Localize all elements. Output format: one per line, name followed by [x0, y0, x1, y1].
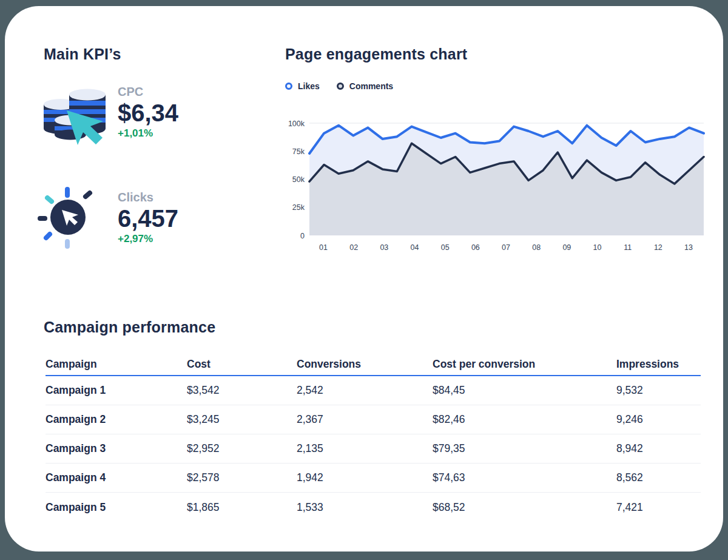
- dashboard-card: Main KPI’s: [5, 6, 723, 552]
- campaign-name-cell: Campaign 5: [46, 501, 187, 514]
- table-cell: $2,578: [187, 471, 297, 484]
- x-axis-tick-label: 09: [562, 243, 571, 252]
- x-axis-tick-label: 03: [380, 243, 388, 252]
- chart-legend: Likes Comments: [285, 81, 393, 91]
- table-cell: 8,942: [616, 442, 701, 455]
- table-cell: 1,533: [297, 501, 433, 514]
- x-axis-tick-label: 12: [654, 243, 662, 252]
- table-cell: $84,45: [433, 384, 616, 397]
- kpi-cpc-change: +1,01%: [118, 127, 178, 140]
- x-axis-tick-label: 05: [441, 243, 450, 252]
- table-cell: $2,952: [187, 442, 297, 455]
- kpi-cpc-value: $6,34: [118, 100, 178, 126]
- y-axis-tick-label: 75k: [292, 147, 305, 156]
- table-cell: 2,135: [297, 442, 433, 455]
- table-cell: $79,35: [433, 442, 616, 455]
- table-cell: $68,52: [433, 501, 616, 514]
- column-header-campaign: Campaign: [46, 358, 187, 371]
- table-cell: 9,532: [616, 384, 701, 397]
- kpi-clicks-label: Clicks: [118, 191, 178, 204]
- table-cell: $82,46: [433, 413, 616, 426]
- table-cell: 7,421: [616, 501, 701, 514]
- table-row: Campaign 2$3,2452,367$82,469,246: [46, 405, 701, 434]
- column-header-cost-per-conversion: Cost per conversion: [433, 358, 616, 371]
- x-axis-tick-label: 04: [411, 243, 419, 252]
- campaign-performance-title: Campaign performance: [44, 319, 215, 336]
- table-cell: $3,245: [187, 413, 297, 426]
- engagements-chart: 100k75k50k25k001020304050607080910111213: [276, 114, 707, 260]
- x-axis-tick-label: 02: [349, 243, 358, 252]
- table-cell: $74,63: [433, 471, 616, 484]
- table-cell: 9,246: [616, 413, 701, 426]
- y-axis-tick-label: 0: [300, 232, 305, 240]
- click-burst-icon: [35, 182, 107, 254]
- table-cell: 2,542: [297, 384, 433, 397]
- y-axis-tick-label: 50k: [292, 175, 305, 184]
- column-header-conversions: Conversions: [297, 358, 433, 371]
- y-axis-tick-label: 100k: [288, 120, 305, 128]
- comments-legend-ring-icon: [337, 83, 344, 90]
- comments-legend-label: Comments: [349, 81, 393, 91]
- x-axis-tick-label: 10: [593, 243, 602, 252]
- table-row: Campaign 1$3,5422,542$84,459,532: [46, 376, 701, 405]
- x-axis-tick-label: 07: [502, 243, 510, 252]
- campaign-table: CampaignCostConversionsCost per conversi…: [46, 353, 701, 522]
- table-row: Campaign 4$2,5781,942$74,638,562: [46, 464, 701, 493]
- campaign-name-cell: Campaign 1: [46, 384, 187, 397]
- kpi-clicks-change: +2,97%: [118, 233, 178, 245]
- x-axis-tick-label: 06: [471, 243, 480, 252]
- main-kpis-title: Main KPI’s: [44, 46, 121, 63]
- x-axis-tick-label: 01: [319, 243, 328, 252]
- table-row: Campaign 5$1,8651,533$68,527,421: [46, 493, 701, 522]
- kpi-clicks: Clicks 6,457 +2,97%: [35, 182, 178, 254]
- table-cell: 8,562: [616, 471, 701, 484]
- campaign-name-cell: Campaign 3: [46, 442, 187, 455]
- table-row: Campaign 3$2,9522,135$79,358,942: [46, 434, 701, 464]
- table-cell: $1,865: [187, 501, 297, 514]
- kpi-cpc: CPC $6,34 +1,01%: [35, 76, 178, 148]
- likes-legend-ring-icon: [285, 83, 292, 90]
- x-axis-tick-label: 13: [684, 243, 693, 252]
- y-axis-tick-label: 25k: [292, 203, 305, 212]
- table-cell: 2,367: [297, 413, 433, 426]
- table-cell: $3,542: [187, 384, 297, 397]
- engagements-chart-title: Page engagements chart: [285, 46, 467, 63]
- campaign-name-cell: Campaign 2: [46, 413, 187, 426]
- kpi-clicks-value: 6,457: [118, 206, 178, 232]
- column-header-cost: Cost: [187, 358, 297, 371]
- table-body: Campaign 1$3,5422,542$84,459,532Campaign…: [46, 376, 701, 522]
- likes-legend-label: Likes: [298, 81, 320, 91]
- x-axis-tick-label: 11: [624, 243, 632, 252]
- kpi-cpc-label: CPC: [118, 85, 178, 99]
- legend-item-likes[interactable]: Likes: [285, 81, 320, 91]
- x-axis-tick-label: 08: [532, 243, 541, 252]
- column-header-impressions: Impressions: [616, 358, 701, 371]
- table-header-row: CampaignCostConversionsCost per conversi…: [46, 353, 701, 376]
- campaign-name-cell: Campaign 4: [46, 471, 187, 484]
- coins-cursor-icon: [35, 76, 107, 148]
- table-cell: 1,942: [297, 471, 433, 484]
- legend-item-comments[interactable]: Comments: [337, 81, 393, 91]
